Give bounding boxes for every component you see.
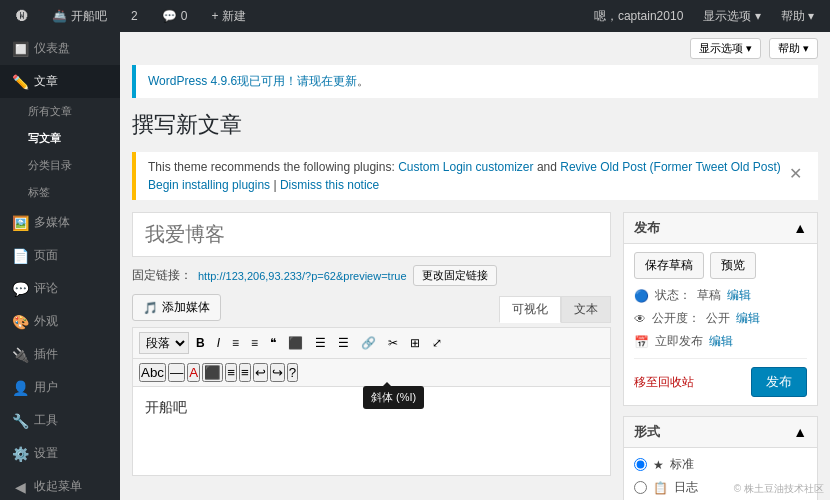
update-notice: WordPress 4.9.6现已可用！请现在更新。 [132,65,818,98]
blockquote-btn[interactable]: ❝ [265,333,281,353]
sidebar-item-plugins[interactable]: 🔌 插件 [0,338,120,371]
sidebar-item-settings[interactable]: ⚙️ 设置 [0,437,120,470]
help-btn[interactable]: 帮助 ▾ [773,8,822,25]
align-left-btn[interactable]: ⬛ [283,333,308,353]
status-label: 状态： [655,287,691,304]
permalink-row: 固定链接： http://123,206,93.233/?p=62&previe… [132,265,611,286]
editor-toolbar-row1: 段落 B I ≡ ≡ ❝ ⬛ ☰ ☰ 🔗 ✂ ⊞ ⤢ [132,327,611,358]
new-post-btn[interactable]: + 新建 [203,8,253,25]
sidebar: 🔲 仪表盘 ✏️ 文章 所有文章 写文章 分类目录 标签 🖼️ 多媒体 📄 页面… [0,32,120,500]
format-standard-label: 标准 [670,456,694,473]
display-options-top-btn[interactable]: 显示选项 ▾ [690,38,761,59]
plugin-notice-text: This theme recommends the following plug… [148,160,395,174]
sidebar-item-dashboard[interactable]: 🔲 仪表盘 [0,32,120,65]
begin-installing-link[interactable]: Begin installing plugins [148,178,270,192]
sidebar-item-media[interactable]: 🖼️ 多媒体 [0,206,120,239]
pages-label: 页面 [34,247,58,264]
format-log-radio[interactable] [634,481,647,494]
schedule-label: 立即发布 [655,333,703,350]
publish-btn[interactable]: 发布 [751,367,807,397]
post-title-input[interactable] [132,212,611,257]
sidebar-item-tools[interactable]: 🔧 工具 [0,404,120,437]
format-standard-radio[interactable] [634,458,647,471]
sidebar-item-comments[interactable]: 💬 评论 [0,272,120,305]
add-media-btn[interactable]: 🎵 添加媒体 [132,294,221,321]
visibility-edit-link[interactable]: 编辑 [736,310,760,327]
editor-wrap: 固定链接： http://123,206,93.233/?p=62&previe… [132,212,611,500]
users-label: 用户 [34,379,58,396]
table-btn[interactable]: ⊞ [405,333,425,353]
ul-btn[interactable]: ≡ [227,333,244,353]
link-btn[interactable]: 🔗 [356,333,381,353]
fullscreen-btn[interactable]: ⤢ [427,333,447,353]
ol-btn[interactable]: ≡ [246,333,263,353]
display-options-btn[interactable]: 显示选项 ▾ [695,8,768,25]
wp-logo[interactable]: 🅦 [8,9,36,23]
plugins-icon: 🔌 [12,347,28,363]
outdent-btn[interactable]: ≡ [239,363,251,382]
tab-text[interactable]: 文本 [561,296,611,323]
submenu-tags[interactable]: 标签 [0,179,120,206]
top-bar: 显示选项 ▾ 帮助 ▾ [132,32,818,65]
publish-panel: 发布 ▲ 保存草稿 预览 🔵 状态： 草稿 [623,212,818,406]
permalink-url[interactable]: http://123,206,93.233/?p=62&preview=true [198,270,407,282]
visibility-label: 公开度： [652,310,700,327]
submenu-write-post[interactable]: 写文章 [0,125,120,152]
help-editor-btn[interactable]: ? [287,363,298,382]
dismiss-notice-link[interactable]: Dismiss this notice [280,178,379,192]
collapse-label: 收起菜单 [34,478,82,495]
site-name[interactable]: 🚢 开船吧 [44,8,115,25]
submenu-categories[interactable]: 分类目录 [0,152,120,179]
comments-label: 评论 [34,280,58,297]
undo-btn[interactable]: ↩ [253,363,268,382]
indent-btn[interactable]: ≡ [225,363,237,382]
update-link[interactable]: WordPress 4.9.6现已可用！请现在更新 [148,74,357,88]
format-toggle-btn[interactable]: ▲ [793,424,807,440]
color-swatch-btn[interactable]: ⬛ [202,363,223,382]
color-btn[interactable]: A [187,363,200,382]
appearance-label: 外观 [34,313,58,330]
status-icon: 🔵 [634,289,649,303]
media-icon: 🖼️ [12,215,28,231]
sidebar-item-users[interactable]: 👤 用户 [0,371,120,404]
sidebar-item-pages[interactable]: 📄 页面 [0,239,120,272]
sidebar-item-collapse[interactable]: ◀ 收起菜单 [0,470,120,500]
plugin2-link[interactable]: Revive Old Post (Former Tweet Old Post) [560,160,781,174]
tab-visual[interactable]: 可视化 [499,296,561,323]
visibility-row: 👁 公开度： 公开 编辑 [634,310,807,327]
strikethrough-btn[interactable]: Abc [139,363,166,382]
comments-btn[interactable]: 2 [123,9,146,23]
trash-link[interactable]: 移至回收站 [634,374,694,391]
sidebar-item-appearance[interactable]: 🎨 外观 [0,305,120,338]
status-edit-link[interactable]: 编辑 [727,287,751,304]
schedule-edit-link[interactable]: 编辑 [709,333,733,350]
format-select[interactable]: 段落 [139,332,189,354]
publish-toggle-btn[interactable]: ▲ [793,220,807,236]
italic-tooltip: 斜体 (%I) [363,386,424,409]
visibility-icon: 👁 [634,312,646,326]
align-center-btn[interactable]: ☰ [310,333,331,353]
status-row: 🔵 状态： 草稿 编辑 [634,287,807,304]
preview-btn[interactable]: 预览 [710,252,756,279]
unlink-btn[interactable]: ✂ [383,333,403,353]
help-top-btn[interactable]: 帮助 ▾ [769,38,818,59]
notice-dismiss-btn[interactable]: ✕ [785,160,806,187]
hr-btn[interactable]: — [168,363,185,382]
redo-btn[interactable]: ↪ [270,363,285,382]
comment-count[interactable]: 💬 0 [154,9,196,23]
plugin1-link[interactable]: Custom Login customizer [398,160,533,174]
editor-tabs: 可视化 文本 [499,296,611,323]
submenu-all-posts[interactable]: 所有文章 [0,98,120,125]
bold-btn[interactable]: B [191,333,210,353]
align-right-btn[interactable]: ☰ [333,333,354,353]
side-panel: 发布 ▲ 保存草稿 预览 🔵 状态： 草稿 [623,212,818,500]
format-log-icon: 📋 [653,481,668,495]
plugins-label: 插件 [34,346,58,363]
draft-preview-row: 保存草稿 预览 [634,252,807,279]
change-permalink-btn[interactable]: 更改固定链接 [413,265,497,286]
posts-icon: ✏️ [12,74,28,90]
dashboard-label: 仪表盘 [34,40,70,57]
sidebar-item-posts[interactable]: ✏️ 文章 [0,65,120,98]
italic-btn[interactable]: I [212,333,225,353]
save-draft-btn[interactable]: 保存草稿 [634,252,704,279]
